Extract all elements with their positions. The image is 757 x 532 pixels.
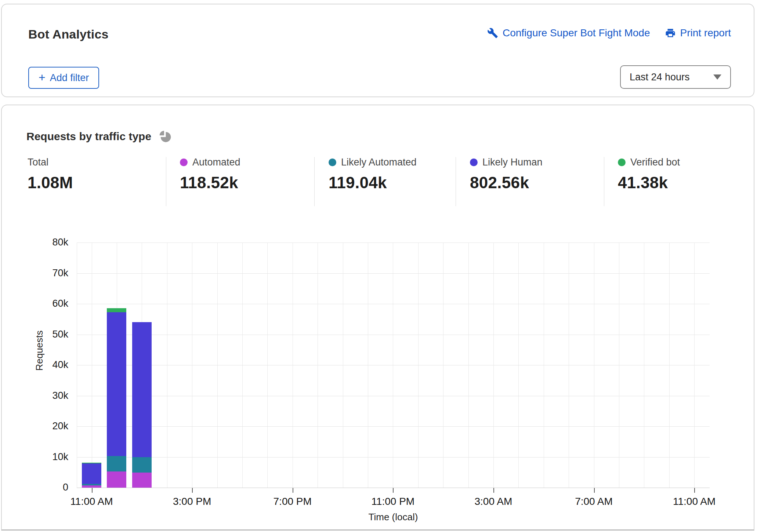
stat-likely-human: Likely Human 802.56k [470, 156, 543, 192]
x-tick-mark [694, 488, 695, 493]
printer-icon [665, 28, 676, 39]
gridline [77, 243, 77, 488]
x-tick-label: 11:00 PM [352, 496, 433, 507]
x-tick-label: 7:00 PM [252, 496, 333, 507]
stat-likely-automated-value: 119.04k [329, 174, 417, 192]
x-tick-mark [594, 488, 595, 493]
x-tick-mark [92, 488, 93, 493]
gridline [669, 243, 670, 488]
x-tick-mark [393, 488, 394, 493]
section-title-row: Requests by traffic type [26, 129, 173, 144]
gridline [293, 243, 293, 488]
stat-verified-bot-value: 41.38k [618, 174, 680, 192]
stat-likely-human-label: Likely Human [482, 157, 543, 168]
y-tick-label: 10k [21, 451, 68, 463]
section-title: Requests by traffic type [26, 130, 151, 143]
y-tick-label: 70k [21, 267, 68, 279]
stats-legend-row: Total 1.08M Automated 118.52k Likely Aut… [0, 156, 757, 207]
gridline [92, 243, 92, 488]
bar-segment-automated[interactable] [82, 485, 101, 488]
y-tick-label: 30k [21, 390, 68, 401]
stat-total: Total 1.08M [28, 156, 73, 192]
x-tick-label: 3:00 AM [453, 496, 534, 507]
time-range-value: Last 24 hours [630, 72, 690, 83]
x-axis-title: Time (local) [77, 511, 710, 523]
x-tick-mark [293, 488, 293, 493]
automated-legend-dot [180, 158, 188, 166]
gridline [644, 243, 644, 488]
y-tick-label: 40k [21, 359, 68, 371]
stat-verified-bot: Verified bot 41.38k [618, 156, 680, 192]
stat-automated-label: Automated [192, 157, 240, 168]
stat-total-label: Total [28, 157, 48, 168]
bar-segment-automated[interactable] [107, 471, 126, 488]
configure-super-bot-fight-mode-link[interactable]: Configure Super Bot Fight Mode [487, 27, 650, 39]
stat-likely-automated: Likely Automated 119.04k [329, 156, 417, 192]
gridline [242, 243, 243, 488]
plot-area: 11:00 AM3:00 PM7:00 PM11:00 PM3:00 AM7:0… [77, 243, 710, 488]
gridline [393, 243, 393, 488]
y-tick-label: 50k [21, 329, 68, 340]
gridline [544, 243, 544, 488]
gridline [694, 243, 695, 488]
stat-automated: Automated 118.52k [180, 156, 240, 192]
gridline [443, 243, 443, 488]
gridline [518, 243, 519, 488]
likely-automated-legend-dot [329, 158, 336, 166]
gridline [619, 243, 619, 488]
chevron-down-icon [713, 74, 721, 80]
stat-automated-value: 118.52k [180, 174, 240, 192]
stat-separator [604, 157, 604, 206]
stat-separator [456, 157, 456, 206]
time-range-select[interactable]: Last 24 hours [620, 65, 731, 89]
y-tick-label: 0 [21, 482, 68, 493]
gridline [192, 243, 192, 488]
gridline [167, 243, 167, 488]
y-tick-label: 60k [21, 298, 68, 309]
x-tick-label: 11:00 AM [654, 496, 735, 507]
gridline [418, 243, 419, 488]
stat-verified-bot-label: Verified bot [630, 157, 680, 168]
gridline [343, 243, 343, 488]
x-tick-label: 11:00 AM [51, 496, 132, 507]
configure-link-label: Configure Super Bot Fight Mode [503, 27, 650, 39]
gridline [569, 243, 569, 488]
gridline [493, 243, 494, 488]
likely-human-legend-dot [470, 158, 478, 166]
x-tick-label: 3:00 PM [152, 496, 232, 507]
gridline [318, 243, 318, 488]
y-axis-title: Requests [34, 307, 45, 395]
print-link-label: Print report [680, 27, 731, 39]
stat-separator [166, 157, 166, 206]
stat-total-value: 1.08M [28, 174, 73, 192]
header-card: Bot Analytics Configure Super Bot Fight … [1, 4, 754, 97]
y-tick-label: 80k [21, 237, 68, 248]
x-tick-mark [493, 488, 494, 493]
y-tick-label: 20k [21, 420, 68, 432]
stat-separator [314, 157, 315, 206]
wrench-icon [487, 28, 498, 39]
add-filter-button[interactable]: + Add filter [28, 67, 99, 89]
x-tick-label: 7:00 AM [554, 496, 634, 507]
print-report-link[interactable]: Print report [665, 27, 731, 39]
gridline [217, 243, 218, 488]
stat-likely-human-value: 802.56k [470, 174, 543, 192]
x-tick-mark [192, 488, 193, 493]
page-title: Bot Analytics [28, 27, 109, 41]
verified-bot-legend-dot [618, 158, 626, 166]
gridline [267, 243, 268, 488]
bar-segment-automated[interactable] [132, 473, 152, 488]
gridline [368, 243, 368, 488]
stat-likely-automated-label: Likely Automated [341, 157, 417, 168]
pie-chart-icon [158, 129, 173, 144]
add-filter-label: Add filter [50, 72, 89, 84]
gridline [594, 243, 594, 488]
plus-icon: + [39, 72, 46, 83]
header-links: Configure Super Bot Fight Mode Print rep… [487, 27, 731, 39]
gridline [468, 243, 469, 488]
